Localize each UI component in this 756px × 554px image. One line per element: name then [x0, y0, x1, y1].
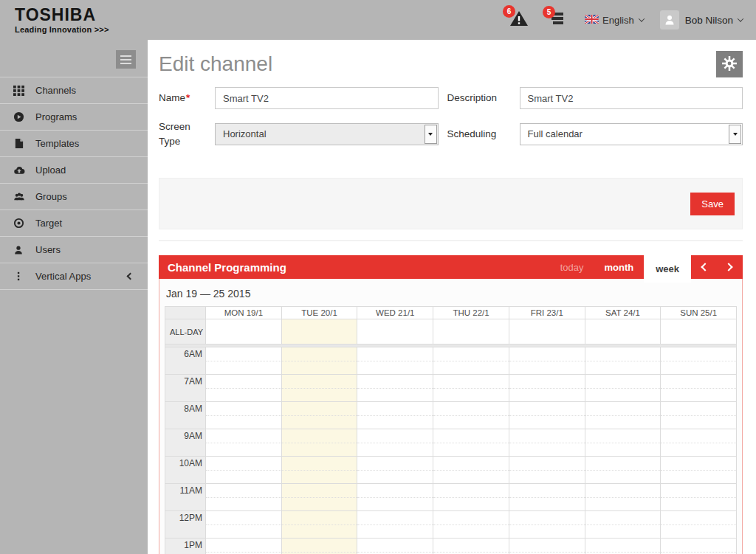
- sidebar-item-target[interactable]: Target: [0, 210, 148, 236]
- time-slot-cell[interactable]: [282, 375, 358, 402]
- time-slot-cell[interactable]: [282, 457, 358, 484]
- time-slot-cell[interactable]: [433, 511, 509, 539]
- time-slot-cell[interactable]: [585, 484, 662, 511]
- name-field[interactable]: [215, 87, 439, 109]
- time-slot-cell[interactable]: [509, 402, 585, 429]
- sidebar-item-groups[interactable]: Groups: [0, 183, 148, 210]
- time-slot-cell[interactable]: [585, 375, 662, 402]
- top-bar: TOSHIBA Leading Innovation >>> 6 5 Engli…: [0, 0, 756, 40]
- time-slot-cell[interactable]: [206, 347, 282, 375]
- time-slot-cell[interactable]: [282, 484, 358, 511]
- time-slot-cell[interactable]: [433, 457, 509, 484]
- sidebar-item-templates[interactable]: Templates: [0, 130, 148, 156]
- sidebar-item-channels[interactable]: Channels: [0, 77, 148, 103]
- time-slot-cell[interactable]: [661, 511, 737, 539]
- time-slot-cell[interactable]: [433, 429, 509, 457]
- time-slot-cell[interactable]: [206, 402, 282, 429]
- time-slot-cell[interactable]: [509, 375, 585, 402]
- time-slot-cell[interactable]: [661, 402, 737, 429]
- sidebar-item-programs[interactable]: Programs: [0, 103, 148, 130]
- sidebar-menu: Channels Programs Templates Upload Group…: [0, 77, 148, 290]
- settings-button[interactable]: [716, 51, 743, 77]
- time-slot-cell[interactable]: [282, 347, 358, 375]
- time-slot-cell[interactable]: [509, 347, 585, 375]
- sidebar-toggle-button[interactable]: [116, 50, 136, 69]
- all-day-cell[interactable]: [585, 319, 662, 344]
- hour-row: 1PM: [165, 539, 737, 554]
- chevron-right-icon: [724, 263, 732, 271]
- time-slot-cell[interactable]: [357, 375, 433, 402]
- collapse-chevron-icon: [127, 273, 134, 280]
- alerts-button[interactable]: 6: [509, 10, 529, 30]
- time-axis-label: 10AM: [165, 457, 206, 484]
- time-slot-cell[interactable]: [206, 375, 282, 402]
- time-axis-label: 12PM: [165, 511, 206, 539]
- time-slot-cell[interactable]: [282, 511, 358, 539]
- week-view-button[interactable]: week: [644, 255, 691, 283]
- time-slot-cell[interactable]: [433, 347, 509, 375]
- language-selector[interactable]: English: [585, 13, 644, 27]
- time-slot-cell[interactable]: [433, 402, 509, 429]
- time-slot-cell[interactable]: [433, 375, 509, 402]
- all-day-cell[interactable]: [357, 319, 433, 344]
- time-slot-cell[interactable]: [509, 457, 585, 484]
- time-slot-cell[interactable]: [661, 484, 737, 511]
- hour-row: 9AM: [165, 429, 737, 457]
- screen-type-select[interactable]: Horizontal: [215, 123, 439, 145]
- time-slot-cell[interactable]: [206, 484, 282, 511]
- next-week-button[interactable]: [717, 255, 743, 279]
- queue-button[interactable]: 5: [549, 11, 566, 30]
- time-slot-cell[interactable]: [509, 511, 585, 539]
- month-view-button[interactable]: month: [594, 255, 644, 279]
- time-slot-cell[interactable]: [585, 347, 662, 375]
- user-menu[interactable]: Bob Nilson: [660, 10, 743, 30]
- sidebar-item-vertical-apps[interactable]: Vertical Apps: [0, 263, 148, 289]
- main-content: Edit channel: [148, 40, 756, 554]
- time-slot-cell[interactable]: [661, 429, 737, 457]
- time-slot-cell[interactable]: [585, 539, 662, 554]
- time-slot-cell[interactable]: [282, 539, 358, 554]
- time-slot-cell[interactable]: [509, 484, 585, 511]
- time-slot-cell[interactable]: [357, 347, 433, 375]
- sidebar-item-users[interactable]: Users: [0, 236, 148, 263]
- day-header: WED 21/1: [357, 306, 433, 319]
- time-slot-cell[interactable]: [357, 511, 433, 539]
- time-slot-cell[interactable]: [661, 457, 737, 484]
- time-slot-cell[interactable]: [357, 457, 433, 484]
- all-day-cell[interactable]: [433, 319, 509, 344]
- time-slot-cell[interactable]: [433, 539, 509, 554]
- all-day-cell[interactable]: [282, 319, 358, 344]
- user-name: Bob Nilson: [685, 15, 733, 26]
- time-slot-cell[interactable]: [357, 484, 433, 511]
- time-slot-cell[interactable]: [206, 539, 282, 554]
- time-slot-cell[interactable]: [357, 539, 433, 554]
- previous-week-button[interactable]: [691, 255, 717, 279]
- today-button[interactable]: today: [550, 255, 594, 279]
- time-slot-cell[interactable]: [509, 539, 585, 554]
- sidebar-item-upload[interactable]: Upload: [0, 156, 148, 183]
- time-slot-cell[interactable]: [585, 402, 662, 429]
- week-range-label: Jan 19 — 25 2015: [166, 288, 737, 299]
- time-slot-cell[interactable]: [661, 539, 737, 554]
- time-slot-cell[interactable]: [206, 511, 282, 539]
- all-day-cell[interactable]: [661, 319, 737, 344]
- time-slot-cell[interactable]: [206, 429, 282, 457]
- all-day-cell[interactable]: [509, 319, 585, 344]
- time-slot-cell[interactable]: [282, 429, 358, 457]
- all-day-cell[interactable]: [206, 319, 282, 344]
- description-field[interactable]: [520, 87, 743, 109]
- time-slot-cell[interactable]: [433, 484, 509, 511]
- save-button[interactable]: Save: [690, 193, 735, 215]
- time-slot-cell[interactable]: [282, 402, 358, 429]
- time-slot-cell[interactable]: [661, 375, 737, 402]
- time-slot-cell[interactable]: [585, 429, 662, 457]
- time-slot-cell[interactable]: [661, 347, 737, 375]
- time-slot-cell[interactable]: [206, 457, 282, 484]
- time-slot-cell[interactable]: [509, 429, 585, 457]
- time-slot-cell[interactable]: [357, 429, 433, 457]
- time-slot-cell[interactable]: [585, 457, 662, 484]
- time-slot-cell[interactable]: [357, 402, 433, 429]
- time-slot-cell[interactable]: [585, 511, 662, 539]
- scheduling-select[interactable]: Full calendar: [520, 123, 743, 145]
- calendar-header-row: MON 19/1TUE 20/1WED 21/1THU 22/1FRI 23/1…: [165, 306, 737, 319]
